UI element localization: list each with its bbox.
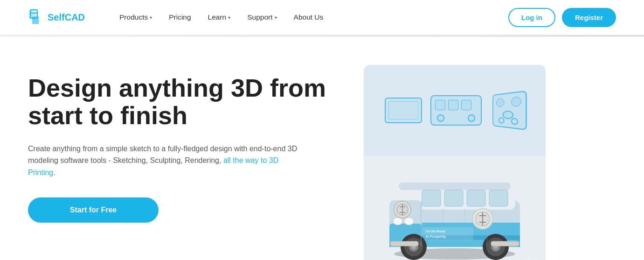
svg-rect-22: [467, 190, 485, 206]
svg-rect-2: [32, 16, 39, 24]
svg-rect-41: [491, 241, 519, 246]
hero-section: Design anything 3D from start to finish …: [0, 37, 644, 260]
logo-text: SelfCAD: [48, 12, 85, 23]
wireframe-bus-side: [430, 95, 482, 126]
wireframe-bus-front: [492, 91, 527, 130]
logo[interactable]: SelfCAD: [28, 9, 85, 26]
van-illustration: On the Road to Prosperity: [380, 163, 529, 260]
wireframe-box: [385, 98, 422, 123]
navbar: SelfCAD Products ▾ Pricing Learn ▾ Suppo…: [0, 0, 644, 35]
nav-actions: Log in Register: [508, 8, 616, 27]
svg-rect-20: [422, 190, 441, 206]
hero-image-top: [364, 65, 546, 156]
hero-title: Design anything 3D from start to finish: [28, 74, 345, 130]
logo-icon: [28, 9, 45, 26]
nav-item-support[interactable]: Support ▾: [241, 9, 283, 25]
svg-rect-21: [444, 190, 463, 206]
svg-rect-40: [390, 241, 418, 246]
svg-rect-10: [399, 183, 511, 190]
login-button[interactable]: Log in: [508, 8, 555, 27]
hero-cta-button[interactable]: Start for Free: [28, 197, 159, 223]
svg-point-13: [393, 218, 402, 225]
nav-item-pricing[interactable]: Pricing: [162, 9, 197, 25]
hero-image-bottom: On the Road to Prosperity: [364, 156, 546, 260]
nav-links: Products ▾ Pricing Learn ▾ Support ▾ Abo…: [113, 9, 508, 25]
chevron-down-icon: ▾: [275, 15, 277, 20]
svg-point-14: [404, 218, 414, 225]
hero-left: Design anything 3D from start to finish …: [28, 65, 345, 223]
svg-text:On the Road: On the Road: [426, 230, 445, 233]
hero-subtitle: Create anything from a simple sketch to …: [28, 143, 308, 179]
svg-rect-23: [489, 190, 508, 206]
nav-item-products[interactable]: Products ▾: [113, 9, 159, 25]
nav-item-learn[interactable]: Learn ▾: [201, 9, 237, 25]
hero-image: On the Road to Prosperity: [364, 65, 546, 260]
register-button[interactable]: Register: [562, 8, 616, 27]
nav-item-about[interactable]: About Us: [287, 9, 330, 25]
chevron-down-icon: ▾: [150, 15, 152, 20]
chevron-down-icon: ▾: [228, 15, 230, 20]
